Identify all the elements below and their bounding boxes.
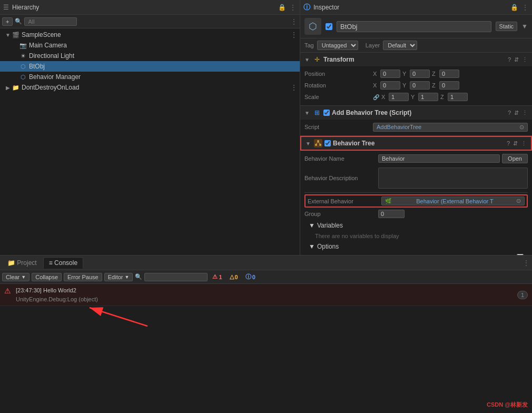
hierarchy-menu-icon[interactable]: ☰ — [3, 4, 9, 11]
variables-fold-icon: ▼ — [309, 222, 315, 229]
tag-label: Tag — [304, 42, 314, 48]
error-pause-button[interactable]: Error Pause — [64, 273, 102, 281]
tag-select[interactable]: Untagged — [317, 41, 358, 50]
svg-point-3 — [319, 144, 321, 146]
add-bt-kebab-icon[interactable]: ⋮ — [522, 110, 528, 116]
tree-item-directionallight[interactable]: ▶ ☀ Directional Light — [0, 51, 300, 61]
bottom-area: 📁 Project ≡ Console ⋮ Clear ▼ Collapse E… — [0, 255, 532, 413]
position-z-input[interactable] — [439, 70, 459, 78]
scene-more-icon[interactable]: ⋮ — [290, 31, 298, 39]
editor-button[interactable]: Editor ▼ — [104, 273, 133, 281]
add-bt-title: Add Behavior Tree (Script) — [332, 109, 506, 116]
layer-select[interactable]: Default — [383, 41, 417, 50]
console-search-icon: 🔍 — [135, 273, 142, 280]
info-count: 0 — [252, 274, 255, 280]
rotation-y-input[interactable] — [410, 81, 430, 90]
add-bt-help-icon[interactable]: ? — [508, 110, 511, 116]
external-behavior-value: 🌿 Behavior (External Behavior T ⊙ — [381, 196, 525, 205]
hierarchy-pin-icon[interactable]: 🔒 — [278, 4, 286, 11]
add-bt-settings-icon[interactable]: ⇵ — [514, 110, 519, 116]
tab-project[interactable]: 📁 Project — [2, 258, 42, 268]
position-xyz: X Y Z — [373, 70, 528, 78]
scale-z-input[interactable] — [448, 93, 468, 101]
tree-item-maincamera[interactable]: ▶ 📷 Main Camera — [0, 40, 300, 51]
hierarchy-search-input[interactable] — [24, 17, 77, 26]
add-hierarchy-btn[interactable]: + — [2, 17, 13, 26]
inspector-kebab-icon[interactable]: ⋮ — [521, 3, 529, 12]
camera-icon: 📷 — [19, 41, 27, 50]
static-dropdown-arrow[interactable]: ▼ — [521, 23, 528, 30]
hierarchy-content: ▼ 🎬 SampleScene ⋮ ▶ 📷 Main Camera ▶ ☀ Di… — [0, 28, 300, 255]
layer-label: Layer — [366, 42, 380, 48]
hierarchy-kebab-icon[interactable]: ⋮ — [289, 3, 297, 12]
group-input[interactable] — [378, 210, 405, 218]
script-label: Script — [304, 124, 373, 130]
tree-item-dontdestroy[interactable]: ▶ 📁 DontDestroyOnLoad ⋮ — [0, 82, 300, 93]
bt-settings-icon[interactable]: ⇵ — [513, 140, 518, 147]
tree-arrow-directionallight: ▶ — [12, 53, 19, 59]
console-wrapper: ⚠ [23:47:30] Hello World2 UnityEngine.De… — [0, 284, 532, 413]
ext-target-icon[interactable]: ⊙ — [516, 198, 521, 204]
options-fold-header[interactable]: ▼ Options — [304, 241, 528, 252]
tree-label-behaviormanager: Behavior Manager — [29, 73, 81, 81]
console-line2: UnityEngine.Debug:Log (object) — [16, 295, 514, 304]
tree-item-btobj[interactable]: ▶ ⬡ BtObj — [0, 61, 300, 72]
add-bt-header[interactable]: ▼ ⊞ Add Behavior Tree (Script) ? ⇵ ⋮ — [300, 106, 532, 120]
script-target-icon[interactable]: ⊙ — [519, 124, 524, 131]
transform-settings-icon[interactable]: ⇵ — [514, 56, 519, 63]
hierarchy-search-icon: 🔍 — [15, 18, 22, 25]
bt-checkbox[interactable] — [324, 140, 331, 146]
position-x-input[interactable] — [380, 70, 400, 78]
position-y-input[interactable] — [410, 70, 430, 78]
scale-link-field: 🔗 — [373, 93, 379, 101]
tree-item-behaviormanager[interactable]: ▶ ⬡ Behavior Manager — [0, 72, 300, 82]
object-active-checkbox[interactable] — [326, 23, 332, 30]
console-count-badge: 1 — [517, 291, 528, 299]
editor-dropdown-icon: ▼ — [124, 274, 129, 280]
collapse-button[interactable]: Collapse — [32, 273, 62, 281]
tree-arrow-btobj: ▶ — [12, 64, 19, 70]
console-panel-kebab[interactable]: ⋮ — [523, 259, 530, 267]
tree-label-samplescene: SampleScene — [22, 31, 61, 38]
transform-kebab-icon[interactable]: ⋮ — [522, 56, 528, 63]
scale-x-input[interactable] — [389, 93, 409, 101]
console-search-input[interactable] — [144, 273, 208, 281]
scale-y-input[interactable] — [418, 93, 438, 101]
object-name-input[interactable] — [337, 21, 491, 32]
hierarchy-header: ☰ Hierarchy 🔒 ⋮ — [0, 0, 300, 15]
bt-title: Behavior Tree — [333, 140, 505, 147]
tab-console[interactable]: ≡ Console — [43, 257, 83, 269]
info-badge: ⓘ 0 — [243, 272, 258, 281]
transform-header[interactable]: ▼ ✛ Transform ? ⇵ ⋮ — [300, 53, 532, 66]
add-bt-checkbox[interactable] — [323, 110, 330, 116]
hierarchy-options-icon[interactable]: ⋮ — [290, 17, 298, 26]
rotation-x-input[interactable] — [380, 81, 400, 90]
transform-help-icon[interactable]: ? — [508, 56, 511, 63]
bt-header[interactable]: ▼ Behavior Tree ? — [300, 136, 532, 151]
inspector-top-bar: ⬡ Static ▼ — [300, 15, 532, 38]
console-message-0[interactable]: ⚠ [23:47:30] Hello World2 UnityEngine.De… — [0, 284, 532, 306]
transform-component: ▼ ✛ Transform ? ⇵ ⋮ Position — [300, 53, 532, 106]
object-3d-icon: ⬡ — [309, 21, 317, 32]
console-error-icon: ⚠ — [4, 287, 13, 295]
tree-item-samplescene[interactable]: ▼ 🎬 SampleScene ⋮ — [0, 30, 300, 40]
bt-description-label: Behavior Description — [304, 175, 378, 181]
bt-kebab-icon[interactable]: ⋮ — [521, 140, 527, 147]
inspector-pin-icon[interactable]: 🔒 — [510, 4, 518, 11]
bt-name-input[interactable] — [378, 154, 500, 163]
bt-help-icon[interactable]: ? — [507, 140, 510, 146]
bt-description-area[interactable] — [378, 168, 528, 189]
bt-name-label: Behavior Name — [304, 155, 378, 162]
bt-open-btn[interactable]: Open — [502, 154, 528, 163]
variables-fold-header[interactable]: ▼ Variables — [304, 220, 528, 231]
position-row: Position X Y Z — [304, 68, 528, 79]
btobj-icon: ⬡ — [19, 62, 27, 71]
add-bt-fold-icon: ▼ — [304, 110, 311, 116]
rotation-z-input[interactable] — [439, 81, 459, 90]
dontdestroy-more-icon[interactable]: ⋮ — [290, 83, 298, 92]
static-button[interactable]: Static — [496, 22, 518, 31]
clear-button[interactable]: Clear ▼ — [2, 273, 29, 281]
console-line1: [23:47:30] Hello World2 — [16, 286, 514, 295]
project-tab-icon: 📁 — [7, 259, 15, 267]
scale-xyz: 🔗 X Y Z — [373, 93, 528, 101]
